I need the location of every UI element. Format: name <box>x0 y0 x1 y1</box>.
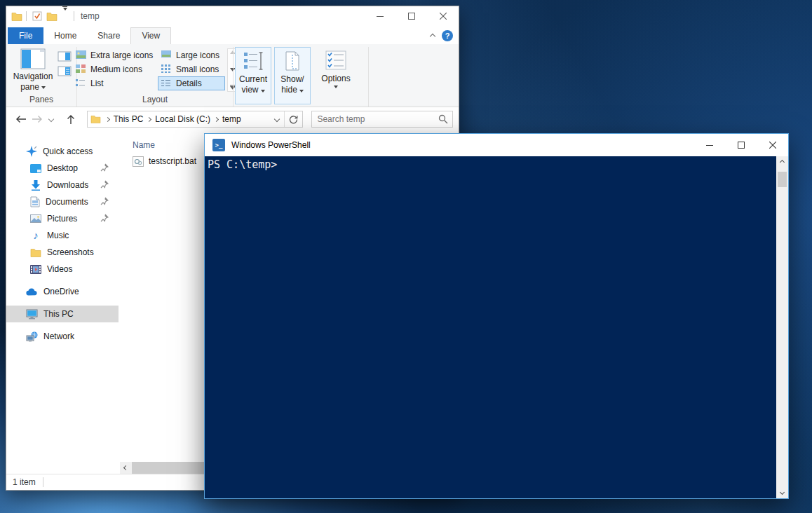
powershell-app-icon: >_ <box>212 139 225 151</box>
ribbon-view: Navigation pane Panes <box>6 44 459 107</box>
panes-group-label: Panes <box>29 93 53 107</box>
window-title: temp <box>81 11 100 21</box>
document-icon <box>30 196 40 207</box>
address-bar: This PC Local Disk (C:) temp <box>6 107 459 131</box>
sidebar-item-onedrive[interactable]: OneDrive <box>6 283 119 300</box>
sidebar-item-music[interactable]: ♪ Music <box>6 227 119 244</box>
minimize-ribbon-icon[interactable] <box>431 31 435 41</box>
tab-view[interactable]: View <box>130 27 171 44</box>
search-box[interactable] <box>311 111 453 128</box>
sidebar-item-network[interactable]: Network <box>6 328 119 345</box>
console-prompt: PS C:\temp> <box>205 156 788 171</box>
sidebar-item-downloads[interactable]: Downloads <box>6 177 119 193</box>
layout-medium-icons[interactable]: Medium icons <box>72 62 158 76</box>
layout-extra-large-icons[interactable]: Extra large icons <box>72 48 158 62</box>
search-input[interactable] <box>312 111 435 127</box>
preview-pane-icon[interactable] <box>57 51 72 62</box>
vertical-scrollbar-thumb[interactable] <box>778 172 787 187</box>
close-button[interactable] <box>757 134 788 156</box>
layout-group-label: Layout <box>142 93 168 107</box>
pin-icon <box>100 163 109 172</box>
new-folder-icon[interactable] <box>44 6 60 26</box>
current-view-icon <box>242 50 264 71</box>
powershell-titlebar: >_ Windows PowerShell <box>205 134 788 156</box>
powershell-console[interactable]: PS C:\temp> <box>205 156 788 498</box>
breadcrumb-chevron-icon[interactable] <box>147 116 151 121</box>
show-hide-button[interactable]: Show/ hide <box>274 47 311 104</box>
breadcrumb-local-disk[interactable]: Local Disk (C:) <box>154 114 212 124</box>
computer-monitor-icon <box>26 309 38 320</box>
show-hide-label-line2: hide <box>281 85 297 95</box>
tab-file[interactable]: File <box>8 27 43 44</box>
titlebar-separator <box>74 11 74 21</box>
ribbon-group-separator <box>368 47 369 107</box>
options-button[interactable]: Options <box>318 47 354 107</box>
search-icon[interactable] <box>438 114 448 124</box>
sidebar-item-pictures[interactable]: Pictures <box>6 210 119 227</box>
layout-gallery: Extra large icons Large icons Medium ico… <box>72 48 225 92</box>
address-dropdown-icon[interactable] <box>270 111 284 127</box>
picture-icon <box>30 214 41 223</box>
pin-icon <box>100 214 109 222</box>
ribbon-group-separator <box>233 47 234 107</box>
sidebar-item-screenshots[interactable]: Screenshots <box>6 244 119 261</box>
sidebar-item-quick-access[interactable]: Quick access <box>6 143 119 160</box>
folder-icon <box>30 248 41 257</box>
scroll-up-icon[interactable] <box>776 156 788 168</box>
downloads-arrow-icon <box>30 179 41 191</box>
scroll-left-icon[interactable] <box>120 462 132 474</box>
breadcrumb-chevron-icon[interactable] <box>214 116 219 121</box>
tab-share[interactable]: Share <box>87 28 130 44</box>
options-icon <box>325 50 347 71</box>
navigation-pane: Quick access Desktop Downloads Documents <box>6 131 119 474</box>
breadcrumb-temp[interactable]: temp <box>221 114 243 124</box>
medium-icons-icon <box>76 64 87 74</box>
current-view-button[interactable]: Current view <box>235 47 271 104</box>
help-icon[interactable]: ? <box>442 30 453 41</box>
breadcrumb-this-pc[interactable]: This PC <box>112 114 145 124</box>
show-hide-label-line1: Show/ <box>280 74 304 85</box>
address-folder-icon <box>90 115 101 123</box>
navigation-pane-icon <box>20 48 46 69</box>
minimize-button[interactable] <box>364 6 395 26</box>
maximize-button[interactable] <box>725 134 757 156</box>
current-view-label-line1: Current <box>239 74 267 85</box>
sidebar-item-this-pc[interactable]: This PC <box>6 306 119 322</box>
maximize-button[interactable] <box>395 6 427 26</box>
explorer-titlebar: temp <box>6 6 459 26</box>
back-button[interactable] <box>13 111 29 127</box>
sidebar-item-desktop[interactable]: Desktop <box>6 160 119 177</box>
navigation-pane-button[interactable]: Navigation pane <box>11 48 55 93</box>
powershell-window-title: Windows PowerShell <box>231 140 311 150</box>
forward-button[interactable] <box>30 111 46 127</box>
sidebar-item-videos[interactable]: Videos <box>6 261 119 278</box>
desktop-wallpaper: temp File Home Share View ? <box>0 0 812 513</box>
breadcrumb[interactable]: This PC Local Disk (C:) temp <box>87 111 304 128</box>
properties-check-icon[interactable] <box>30 6 44 26</box>
minimize-button[interactable] <box>693 134 725 156</box>
onedrive-cloud-icon <box>26 288 38 296</box>
layout-large-icons[interactable]: Large icons <box>158 48 225 62</box>
film-strip-icon <box>30 265 41 274</box>
layout-details[interactable]: Details <box>158 76 225 90</box>
ribbon-tab-strip: File Home Share View ? <box>6 26 459 44</box>
layout-small-icons[interactable]: Small icons <box>158 62 225 76</box>
tab-home[interactable]: Home <box>43 28 87 44</box>
panes-group: Navigation pane Panes <box>6 47 76 107</box>
navigation-pane-label-line1: Navigation <box>13 71 53 82</box>
small-icons-icon <box>161 64 172 74</box>
close-button[interactable] <box>427 6 459 26</box>
pin-icon <box>100 180 109 189</box>
recent-locations-icon[interactable] <box>46 111 56 127</box>
breadcrumb-chevron-icon[interactable] <box>105 116 110 121</box>
vertical-scrollbar[interactable] <box>776 156 788 498</box>
up-button[interactable] <box>63 111 79 127</box>
sidebar-item-documents[interactable]: Documents <box>6 193 119 210</box>
customize-quick-access-icon[interactable] <box>60 6 70 26</box>
quick-access-star-icon <box>26 146 37 157</box>
scroll-down-icon[interactable] <box>776 486 788 498</box>
details-pane-icon[interactable] <box>57 66 72 76</box>
desktop-icon <box>30 164 41 173</box>
layout-list[interactable]: List <box>72 76 158 90</box>
refresh-icon[interactable] <box>284 111 302 127</box>
